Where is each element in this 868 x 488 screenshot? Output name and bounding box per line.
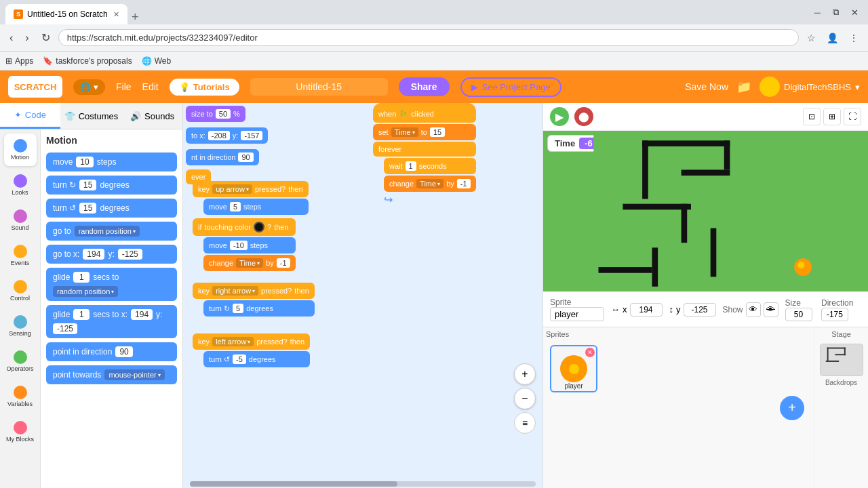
- time-dropdown[interactable]: Time ▾: [236, 258, 263, 268]
- block-change-time2[interactable]: change Time ▾ by -1: [384, 176, 476, 192]
- block-size[interactable]: size to 50 %: [186, 106, 245, 122]
- tutorials-btn[interactable]: 💡 Tutorials: [170, 79, 239, 96]
- key-up-dropdown[interactable]: up arrow ▾: [212, 184, 252, 194]
- sprite-delete-btn[interactable]: ✕: [585, 348, 595, 357]
- block-move-neg10[interactable]: move -10 steps: [203, 237, 296, 253]
- new-tab-btn[interactable]: +: [127, 10, 143, 24]
- profile-btn[interactable]: 👤: [823, 30, 842, 46]
- see-project-icon: ▶: [471, 82, 478, 92]
- save-now-btn[interactable]: Save Now: [685, 81, 728, 92]
- active-tab[interactable]: S Untitled-15 on Scratch ✕: [5, 4, 127, 24]
- minimize-btn[interactable]: ─: [810, 4, 825, 20]
- color-swatch[interactable]: [254, 222, 264, 232]
- direction-input[interactable]: [821, 308, 848, 321]
- normal-stage-btn[interactable]: ⊞: [823, 108, 841, 125]
- block-key-right[interactable]: key right arrow ▾ pressed? then: [193, 283, 315, 299]
- block-turn5[interactable]: turn ↻ 5 degrees: [203, 300, 315, 317]
- stage-thumb[interactable]: [820, 344, 863, 376]
- block-direction-canvas[interactable]: nt in direction 90: [186, 149, 259, 165]
- tab-code[interactable]: ✦ Code: [0, 103, 60, 129]
- close-browser-btn[interactable]: ✕: [847, 4, 863, 20]
- block-goto-random[interactable]: go to random position ▾: [46, 222, 177, 241]
- bookmark-apps[interactable]: ⊞ Apps: [5, 56, 33, 66]
- set-time-dropdown[interactable]: Time ▾: [391, 127, 418, 137]
- refresh-btn[interactable]: ↻: [37, 28, 54, 47]
- tab-close-btn[interactable]: ✕: [113, 10, 119, 19]
- cat-variables[interactable]: Variables: [4, 380, 37, 413]
- block-turn-neg5[interactable]: turn ↺ -5 degrees: [203, 351, 310, 367]
- fit-view-btn[interactable]: ≡: [514, 412, 536, 434]
- key-left-dropdown[interactable]: left arrow ▾: [212, 337, 254, 346]
- tab-sounds[interactable]: 🔊 Sounds: [122, 103, 182, 129]
- x-input[interactable]: [630, 303, 663, 317]
- sprite-name-input[interactable]: [550, 307, 604, 321]
- clicked-label: clicked: [411, 110, 434, 118]
- forward-btn[interactable]: ›: [21, 29, 33, 47]
- code-scrollbar-h[interactable]: [190, 481, 536, 487]
- block-wait[interactable]: wait 1 seconds: [384, 158, 476, 174]
- block-key-left[interactable]: key left arrow ▾ pressed? then: [193, 333, 310, 350]
- cat-events[interactable]: Events: [4, 239, 37, 272]
- block-glide-xy[interactable]: glide 1 secs to x: 194 y: -125: [46, 305, 177, 338]
- green-flag-btn[interactable]: ▶: [550, 107, 569, 126]
- key-right-dropdown[interactable]: right arrow ▾: [212, 286, 258, 296]
- time2-dropdown[interactable]: Time ▾: [416, 179, 443, 188]
- folder-btn[interactable]: 📁: [736, 79, 751, 94]
- small-stage-btn[interactable]: ⊡: [803, 108, 821, 125]
- block-change-time[interactable]: change Time ▾ by -1: [203, 255, 296, 271]
- block-towards-dropdown[interactable]: mouse-pointer ▾: [104, 369, 164, 380]
- stage-canvas: Time -6: [543, 131, 868, 291]
- cat-control[interactable]: Control: [4, 274, 37, 307]
- cat-looks[interactable]: Looks: [4, 169, 37, 201]
- cat-motion[interactable]: Motion: [4, 134, 37, 166]
- add-sprite-btn[interactable]: +: [780, 396, 804, 420]
- zoom-in-btn[interactable]: +: [514, 363, 536, 385]
- bookmark-taskforce[interactable]: 🔖 taskforce's proposals: [43, 56, 132, 66]
- share-btn[interactable]: Share: [399, 77, 450, 96]
- edit-menu[interactable]: Edit: [142, 81, 159, 92]
- block-touch-color[interactable]: if touching color ? then: [193, 218, 296, 236]
- back-btn[interactable]: ‹: [5, 29, 17, 47]
- bookmark-btn[interactable]: ☆: [803, 30, 820, 46]
- see-project-btn[interactable]: ▶ See Project Page: [460, 77, 561, 97]
- block-turn-ccw[interactable]: turn ↺ 15 degrees: [46, 199, 177, 218]
- code-area[interactable]: size to 50 % to x: -208 y: -157 nt in di…: [183, 103, 542, 488]
- block-move-steps[interactable]: move 10 steps: [46, 152, 177, 171]
- fullscreen-btn[interactable]: ⛶: [844, 108, 861, 125]
- more-btn[interactable]: ⋮: [845, 30, 863, 46]
- size-input[interactable]: [785, 308, 812, 321]
- cat-myblocks[interactable]: My Blocks: [4, 415, 37, 448]
- cat-sensing[interactable]: Sensing: [4, 310, 37, 342]
- block-forever[interactable]: forever: [373, 142, 476, 157]
- sprite-thumb-player[interactable]: ✕ player: [550, 345, 597, 392]
- show-eye-btn[interactable]: 👁: [746, 302, 761, 317]
- block-glide-random[interactable]: glide 1 secs to random position ▾: [46, 268, 177, 301]
- zoom-out-btn[interactable]: −: [514, 388, 536, 409]
- cat-operators[interactable]: Operators: [4, 345, 37, 378]
- file-menu[interactable]: File: [116, 81, 132, 92]
- tab-costumes[interactable]: 👕 Costumes: [60, 103, 123, 129]
- block-glide-dropdown[interactable]: random position ▾: [53, 286, 118, 297]
- scratch-logo[interactable]: SCRATCH: [8, 76, 62, 98]
- block-point-direction[interactable]: point in direction 90: [46, 342, 177, 361]
- bookmark-web[interactable]: 🌐 Web: [142, 56, 171, 66]
- block-point-towards[interactable]: point towards mouse-pointer ▾: [46, 365, 177, 384]
- address-bar[interactable]: [58, 29, 799, 46]
- block-goto-xy[interactable]: go to x: 194 y: -125: [46, 245, 177, 264]
- stage-panel-label: Stage: [814, 327, 868, 341]
- hide-eye-btn[interactable]: 👁: [764, 302, 778, 317]
- block-goto-dropdown[interactable]: random position ▾: [75, 226, 140, 237]
- block-key-up[interactable]: key up arrow ▾ pressed? then: [193, 181, 309, 197]
- block-goto-xy-canvas[interactable]: to x: -208 y: -157: [186, 127, 268, 144]
- cat-sound[interactable]: Sound: [4, 204, 37, 237]
- block-move5[interactable]: move 5 steps: [203, 199, 309, 215]
- block-set-time[interactable]: set Time ▾ to 15: [373, 124, 476, 140]
- y-input[interactable]: [684, 303, 716, 317]
- user-area[interactable]: DigitalTechSBHS ▾: [760, 77, 860, 97]
- block-when-flag[interactable]: when 🏳 clicked: [373, 103, 476, 123]
- stop-btn[interactable]: ⬤: [574, 107, 593, 126]
- restore-btn[interactable]: ⧉: [829, 4, 843, 20]
- block-turn-cw[interactable]: turn ↻ 15 degrees: [46, 176, 177, 195]
- project-name-input[interactable]: [250, 78, 388, 96]
- language-btn[interactable]: 🌐 ▾: [73, 79, 105, 95]
